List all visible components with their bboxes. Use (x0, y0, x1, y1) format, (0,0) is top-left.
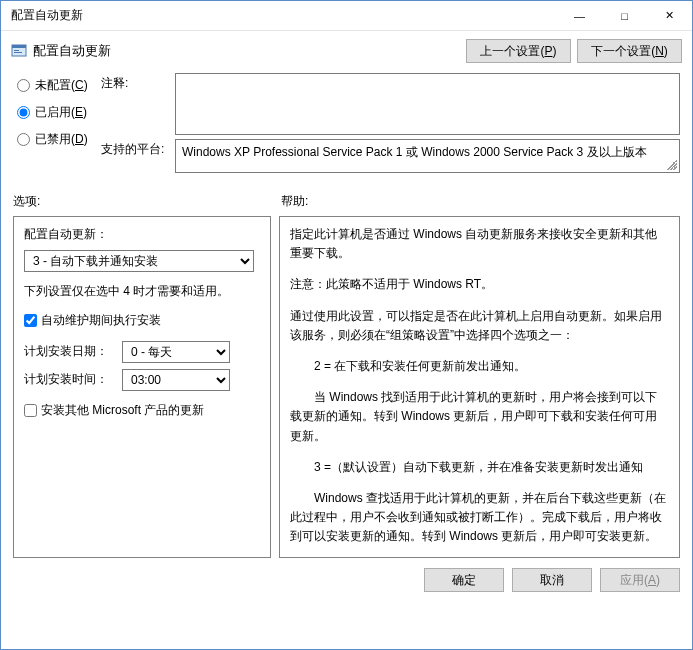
close-button[interactable]: ✕ (647, 1, 692, 31)
svg-rect-3 (14, 52, 22, 53)
state-radiogroup: 未配置(C) 已启用(E) 已禁用(D) (1, 73, 101, 152)
help-paragraph: 指定此计算机是否通过 Windows 自动更新服务来接收安全更新和其他重要下载。 (290, 225, 669, 263)
comment-block: 注释: 支持的平台: Windows XP Professional Servi… (101, 73, 692, 183)
help-paragraph: Windows 查找适用于此计算机的更新，并在后台下载这些更新（在此过程中，用户… (290, 489, 669, 547)
page-title: 配置自动更新 (33, 42, 111, 60)
help-panel: 指定此计算机是否通过 Windows 自动更新服务来接收安全更新和其他重要下载。… (279, 216, 680, 558)
configure-updates-select[interactable]: 3 - 自动下载并通知安装 (24, 250, 254, 272)
policy-icon (11, 43, 27, 59)
dialog-footer: 确定 取消 应用(A) (1, 558, 692, 602)
maintenance-install-checkbox[interactable] (24, 314, 37, 327)
radio-enabled-label: 已启用(E) (35, 104, 87, 121)
comment-textarea[interactable] (175, 73, 680, 135)
help-paragraph: 3 =（默认设置）自动下载更新，并在准备安装更新时发出通知 (290, 458, 669, 477)
supported-label: 支持的平台: (101, 139, 175, 158)
ok-button[interactable]: 确定 (424, 568, 504, 592)
schedule-day-select[interactable]: 0 - 每天 (122, 341, 230, 363)
help-paragraph: 2 = 在下载和安装任何更新前发出通知。 (290, 357, 669, 376)
comment-label: 注释: (101, 73, 175, 92)
radio-not-configured-label: 未配置(C) (35, 77, 88, 94)
schedule-day-label: 计划安装日期： (24, 342, 116, 361)
minimize-button[interactable]: — (557, 1, 602, 31)
configure-updates-label: 配置自动更新： (24, 225, 260, 244)
schedule-time-select[interactable]: 03:00 (122, 369, 230, 391)
svg-rect-1 (12, 45, 26, 48)
section-labels: 选项: 帮助: (1, 183, 692, 216)
help-paragraph: 当 Windows 找到适用于此计算机的更新时，用户将会接到可以下载更新的通知。… (290, 388, 669, 446)
options-note: 下列设置仅在选中 4 时才需要和适用。 (24, 282, 260, 301)
lower-panels: 配置自动更新： 3 - 自动下载并通知安装 下列设置仅在选中 4 时才需要和适用… (1, 216, 692, 558)
maintenance-install-label: 自动维护期间执行安装 (41, 311, 161, 330)
window-title: 配置自动更新 (1, 7, 557, 24)
previous-setting-button[interactable]: 上一个设置(P) (466, 39, 571, 63)
options-section-label: 选项: (13, 193, 281, 210)
radio-not-configured[interactable] (17, 79, 30, 92)
help-section-label: 帮助: (281, 193, 680, 210)
next-setting-button[interactable]: 下一个设置(N) (577, 39, 682, 63)
svg-rect-2 (14, 50, 19, 51)
radio-disabled-label: 已禁用(D) (35, 131, 88, 148)
radio-disabled[interactable] (17, 133, 30, 146)
schedule-time-label: 计划安装时间： (24, 370, 116, 389)
header: 配置自动更新 上一个设置(P) 下一个设置(N) (1, 31, 692, 73)
radio-enabled[interactable] (17, 106, 30, 119)
supported-on-box: Windows XP Professional Service Pack 1 或… (175, 139, 680, 173)
other-products-label: 安装其他 Microsoft 产品的更新 (41, 401, 204, 420)
help-paragraph: 注意：此策略不适用于 Windows RT。 (290, 275, 669, 294)
titlebar: 配置自动更新 — □ ✕ (1, 1, 692, 31)
maximize-button[interactable]: □ (602, 1, 647, 31)
help-paragraph: 通过使用此设置，可以指定是否在此计算机上启用自动更新。如果启用该服务，则必须在“… (290, 307, 669, 345)
other-products-checkbox[interactable] (24, 404, 37, 417)
options-panel: 配置自动更新： 3 - 自动下载并通知安装 下列设置仅在选中 4 时才需要和适用… (13, 216, 271, 558)
apply-button[interactable]: 应用(A) (600, 568, 680, 592)
cancel-button[interactable]: 取消 (512, 568, 592, 592)
